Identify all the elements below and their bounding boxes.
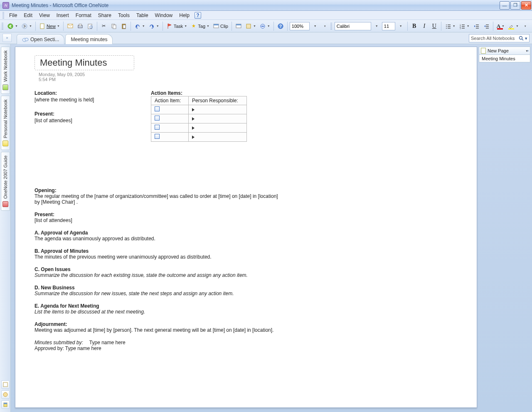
expand-icon[interactable]	[192, 136, 195, 139]
menu-file[interactable]: File	[6, 12, 20, 19]
bold-button[interactable]: B	[410, 22, 419, 31]
menu-window[interactable]: Window	[152, 12, 176, 19]
present2-body[interactable]: [list of attendees]	[34, 217, 284, 223]
notebook-tab-guide[interactable]: OneNote 2007 Guide	[1, 152, 10, 211]
page-canvas[interactable]: Meeting Minutes Monday, May 09, 2005 5:5…	[15, 47, 477, 408]
highlight-button[interactable]: ▼	[507, 22, 520, 31]
checkbox-icon[interactable]	[155, 116, 160, 121]
open-sections-tab[interactable]: Open Secti...	[17, 34, 64, 44]
unfiled-notes-button[interactable]	[1, 380, 10, 389]
page-title[interactable]: Meeting Minutes	[40, 57, 129, 68]
section-b-body[interactable]: The minutes of the previous meeting were…	[34, 254, 284, 260]
help-icon[interactable]: ?	[195, 12, 201, 19]
zoom-dropdown[interactable]: ▼	[310, 22, 320, 31]
menu-table[interactable]: Table	[133, 12, 152, 19]
clip-button[interactable]: Clip	[212, 22, 229, 31]
recycle-bin-button[interactable]	[1, 400, 10, 409]
redo-icon	[148, 23, 155, 30]
font-size-dropdown[interactable]: ▼	[396, 22, 405, 31]
expand-icon[interactable]	[192, 108, 195, 111]
notebook-tab-personal[interactable]: Personal Notebook	[1, 96, 10, 150]
zoom-input[interactable]	[290, 22, 310, 30]
checkbox-icon[interactable]	[155, 134, 160, 139]
svg-rect-16	[246, 24, 251, 28]
bullets-icon	[445, 23, 451, 30]
font-color-button[interactable]: A▼	[495, 22, 506, 31]
section-e-body[interactable]: List the items to be discussed at the ne…	[34, 309, 284, 315]
task-label: Task	[174, 24, 183, 29]
back-button[interactable]: ▼	[6, 22, 19, 31]
paste-button[interactable]	[119, 22, 128, 31]
task-button[interactable]: Task▼	[165, 22, 189, 31]
expand-icon[interactable]	[192, 117, 195, 121]
menu-share[interactable]: Share	[95, 12, 115, 19]
table-row[interactable]	[151, 123, 247, 133]
action-items-table[interactable]: Action Item: Person Responsible:	[151, 96, 247, 142]
expand-pages-button[interactable]: »	[525, 47, 531, 55]
present-body[interactable]: [list of attendees]	[34, 118, 126, 123]
redo-button[interactable]: ▼	[147, 22, 160, 31]
numbering-button[interactable]: 123▼	[458, 22, 471, 31]
expand-navigation-button[interactable]: »	[2, 34, 12, 42]
toolbar-grip-1[interactable]	[2, 23, 3, 30]
section-d-body[interactable]: Summarize the discussion for new issues,…	[34, 291, 284, 296]
mail-button[interactable]	[66, 22, 75, 31]
toolbar-grip-2[interactable]	[330, 23, 332, 30]
copy-button[interactable]	[109, 22, 118, 31]
menu-help[interactable]: Help	[176, 12, 193, 19]
menu-format[interactable]: Format	[72, 12, 95, 19]
indent-button[interactable]	[482, 22, 491, 31]
opening-body[interactable]: The regular meeting of the [name of orga…	[34, 193, 284, 205]
expand-icon[interactable]	[192, 126, 195, 130]
page-list-item[interactable]: Meeting Minutes	[479, 55, 530, 62]
maximize-button[interactable]: ❐	[510, 1, 520, 10]
menubar-grip[interactable]	[2, 12, 4, 19]
underline-button[interactable]: U	[430, 22, 439, 31]
notebook-tab-work[interactable]: Work Notebook	[1, 47, 10, 94]
forward-button[interactable]: ▼	[20, 22, 33, 31]
checkbox-icon[interactable]	[155, 106, 160, 111]
minimize-button[interactable]: —	[500, 1, 510, 10]
new-button[interactable]: New▼	[38, 22, 61, 31]
font-name-dropdown[interactable]: ▼	[372, 22, 381, 31]
submitted-by-value[interactable]: Type name here	[89, 340, 126, 345]
menu-tools[interactable]: Tools	[115, 12, 133, 19]
font-size-input[interactable]	[382, 22, 395, 30]
print-icon	[77, 23, 84, 30]
menu-edit[interactable]: Edit	[20, 12, 36, 19]
fullscreen-button[interactable]	[234, 22, 243, 31]
section-tab-meeting-minutes[interactable]: Meeting minutes	[65, 34, 113, 44]
approved-by-value[interactable]: Type name here	[65, 345, 101, 351]
section-c-body[interactable]: Summarize the discussion for each existi…	[34, 272, 284, 278]
section-a-body[interactable]: The agenda was unanimously approved as d…	[34, 236, 284, 242]
toolbar-overflow-1[interactable]: ▾	[320, 22, 330, 31]
undo-button[interactable]: ▼	[133, 22, 146, 31]
page-title-container[interactable]: Meeting Minutes	[34, 55, 134, 70]
italic-button[interactable]: I	[420, 22, 429, 31]
tag-button[interactable]: ★Tag▼	[189, 22, 211, 31]
insert-button[interactable]: ▼	[244, 22, 257, 31]
all-notebooks-button[interactable]	[1, 390, 10, 399]
bullets-button[interactable]: ▼	[443, 22, 457, 31]
link-button[interactable]: ▼	[258, 22, 271, 31]
help-button[interactable]: ?	[276, 22, 285, 31]
table-row[interactable]	[151, 133, 247, 142]
font-name-input[interactable]	[335, 22, 371, 30]
print-preview-button[interactable]	[86, 22, 95, 31]
search-all-notebooks[interactable]: Search All Notebooks ▾	[469, 34, 530, 42]
new-page-button[interactable]: New Page ▼	[479, 47, 530, 55]
location-body[interactable]: [where the meeting is held]	[34, 97, 126, 103]
menu-view[interactable]: View	[36, 12, 53, 19]
close-button[interactable]: ✕	[521, 1, 531, 10]
toolbar-overflow-2[interactable]: ▾	[521, 22, 530, 31]
table-row[interactable]	[151, 105, 247, 114]
adjournment-body[interactable]: Meeting was adjourned at [time] by [pers…	[34, 327, 284, 333]
checkbox-icon[interactable]	[155, 125, 160, 130]
forward-icon	[21, 23, 28, 30]
menu-insert[interactable]: Insert	[53, 12, 72, 19]
outdent-button[interactable]	[472, 22, 481, 31]
table-row[interactable]	[151, 114, 247, 123]
print-button[interactable]	[76, 22, 85, 31]
search-icon[interactable]: ▾	[519, 36, 527, 41]
cut-button[interactable]: ✂	[99, 22, 108, 31]
